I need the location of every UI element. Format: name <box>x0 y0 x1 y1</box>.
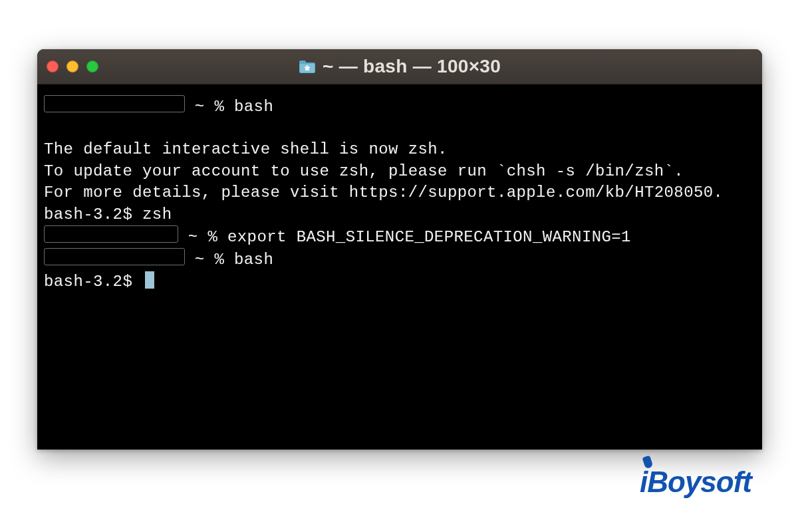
minimize-icon[interactable] <box>66 61 78 72</box>
prompt-zsh: ~ % <box>185 251 234 269</box>
prompt-zsh: ~ % <box>185 98 234 116</box>
watermark-text: iBoysoft <box>640 466 751 498</box>
cmd-export: export BASH_SILENCE_DEPRECATION_WARNING=… <box>227 228 631 246</box>
line-msg-3: For more details, please visit https://s… <box>44 182 755 203</box>
prompt-bash: bash-3.2$ <box>44 205 142 223</box>
prompt-bash: bash-3.2$ <box>44 273 142 291</box>
line-bash-prompt-1: bash-3.2$ zsh <box>44 204 755 225</box>
redacted-user-host <box>44 225 178 243</box>
blank-line <box>44 118 755 139</box>
home-folder-icon <box>299 59 316 74</box>
window-traffic-lights <box>47 61 98 72</box>
close-icon[interactable] <box>47 61 59 72</box>
cmd-bash-2: bash <box>234 251 273 269</box>
window-titlebar: ~ — bash — 100×30 <box>37 49 762 84</box>
redacted-user-host <box>44 248 185 265</box>
line-bash-prompt-2: bash-3.2$ <box>44 271 755 293</box>
line-msg-1: The default interactive shell is now zsh… <box>44 139 755 160</box>
line-prompt-1: ~ % bash <box>44 95 755 118</box>
watermark-logo: iBoysoft <box>640 466 751 499</box>
svg-rect-0 <box>299 63 315 73</box>
redacted-user-host <box>44 95 185 112</box>
cmd-bash-1: bash <box>234 98 273 116</box>
line-prompt-3: ~ % bash <box>44 248 755 271</box>
cmd-zsh: zsh <box>142 205 172 223</box>
cursor-block-icon <box>145 271 154 289</box>
terminal-window: ~ — bash — 100×30 ~ % bashThe default in… <box>37 49 762 450</box>
zoom-icon[interactable] <box>86 61 98 72</box>
prompt-zsh: ~ % <box>178 228 227 246</box>
line-prompt-2: ~ % export BASH_SILENCE_DEPRECATION_WARN… <box>44 225 755 248</box>
terminal-output[interactable]: ~ % bashThe default interactive shell is… <box>37 84 762 299</box>
line-msg-2: To update your account to use zsh, pleas… <box>44 161 755 182</box>
window-title: ~ — bash — 100×30 <box>323 56 501 77</box>
svg-rect-2 <box>300 64 315 72</box>
svg-rect-1 <box>299 61 306 64</box>
